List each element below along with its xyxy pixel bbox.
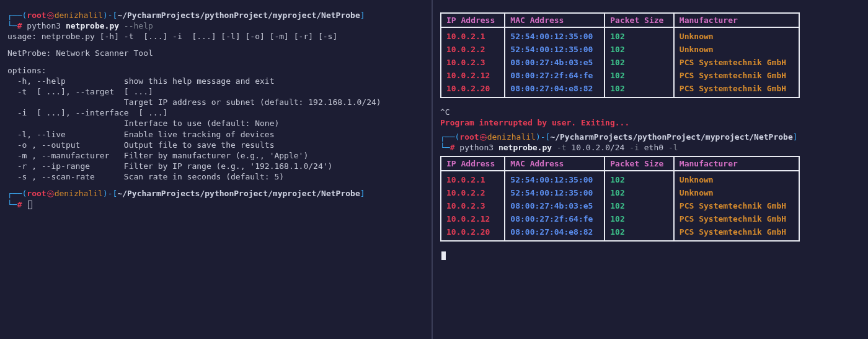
- col-ip: IP Address: [441, 13, 505, 27]
- ctrl-c-line: ^C: [440, 107, 861, 117]
- scan-results-table-2: IP Address MAC Address Packet Size Manuf…: [440, 156, 800, 242]
- table-row: 10.0.2.308:00:27:4b:03:e5102PCS Systemte…: [441, 199, 799, 212]
- command-line-1[interactable]: └─# python3 netprobe.py --help: [7, 20, 424, 31]
- table-header-row: IP Address MAC Address Packet Size Manuf…: [441, 13, 799, 27]
- option-line: -t [ ...], --target [ ...]: [7, 86, 424, 97]
- option-line: -i [ ...], --interface [ ...]: [7, 107, 424, 118]
- command-line-3[interactable]: └─# python3 netprobe.py -t 10.0.2.0/24 -…: [440, 142, 861, 153]
- prompt-line-3: ┌──(root㉿denizhalil)-[~/PycharmProjects/…: [440, 132, 861, 142]
- table-row: 10.0.2.2008:00:27:04:e8:82102PCS Systemt…: [441, 225, 799, 241]
- table-header-row: IP Address MAC Address Packet Size Manuf…: [441, 156, 799, 171]
- option-line: -l, --live Enable live tracking of devic…: [7, 129, 424, 140]
- usage-line: usage: netprobe.py [-h] -t [...] -i [...…: [7, 31, 424, 42]
- option-line: -r , --ip-range Filter by IP range (e.g.…: [7, 161, 424, 171]
- prompt-line-1: ┌──(root㉿denizhalil)-[~/PycharmProjects/…: [7, 10, 424, 20]
- cursor-line[interactable]: [440, 250, 861, 261]
- table-row: 10.0.2.2008:00:27:04:e8:82102PCS Systemt…: [441, 82, 799, 97]
- cursor-icon: [441, 251, 446, 260]
- interrupt-message: Program interrupted by user. Exiting...: [440, 117, 861, 128]
- col-ip: IP Address: [441, 156, 505, 171]
- option-line: Target IP address or subnet (default: 19…: [7, 97, 424, 107]
- prompt-line-2: ┌──(root㉿denizhalil)-[~/PycharmProjects/…: [7, 188, 424, 199]
- table-row: 10.0.2.1208:00:27:2f:64:fe102PCS Systemt…: [441, 69, 799, 82]
- table-row: 10.0.2.152:54:00:12:35:00102Unknown: [441, 27, 799, 43]
- option-line: Interface to use (default: None): [7, 118, 424, 129]
- terminal-pane-right[interactable]: IP Address MAC Address Packet Size Manuf…: [433, 0, 868, 339]
- col-packet: Packet Size: [604, 13, 674, 27]
- table-row: 10.0.2.252:54:00:12:35:00102Unknown: [441, 43, 799, 56]
- description-line: NetProbe: Network Scanner Tool: [7, 48, 424, 58]
- table-row: 10.0.2.252:54:00:12:35:00102Unknown: [441, 186, 799, 199]
- col-mac: MAC Address: [505, 156, 604, 171]
- option-line: -m , --manufacturer Filter by manufactur…: [7, 150, 424, 161]
- option-line: -o , --output Output file to save the re…: [7, 140, 424, 150]
- command-line-2[interactable]: └─#: [7, 199, 424, 210]
- table-row: 10.0.2.1208:00:27:2f:64:fe102PCS Systemt…: [441, 212, 799, 225]
- table-row: 10.0.2.152:54:00:12:35:00102Unknown: [441, 171, 799, 186]
- cursor-icon: [28, 201, 32, 209]
- col-mac: MAC Address: [505, 13, 604, 27]
- col-packet: Packet Size: [604, 156, 674, 171]
- col-manufacturer: Manufacturer: [674, 156, 799, 171]
- col-manufacturer: Manufacturer: [674, 13, 799, 27]
- option-line: -h, --help show this help message and ex…: [7, 76, 424, 86]
- options-header: options:: [7, 65, 424, 76]
- table-row: 10.0.2.308:00:27:4b:03:e5102PCS Systemte…: [441, 56, 799, 69]
- scan-results-table-1: IP Address MAC Address Packet Size Manuf…: [440, 12, 800, 98]
- option-line: -s , --scan-rate Scan rate in seconds (d…: [7, 171, 424, 182]
- terminal-pane-left[interactable]: ┌──(root㉿denizhalil)-[~/PycharmProjects/…: [0, 0, 433, 339]
